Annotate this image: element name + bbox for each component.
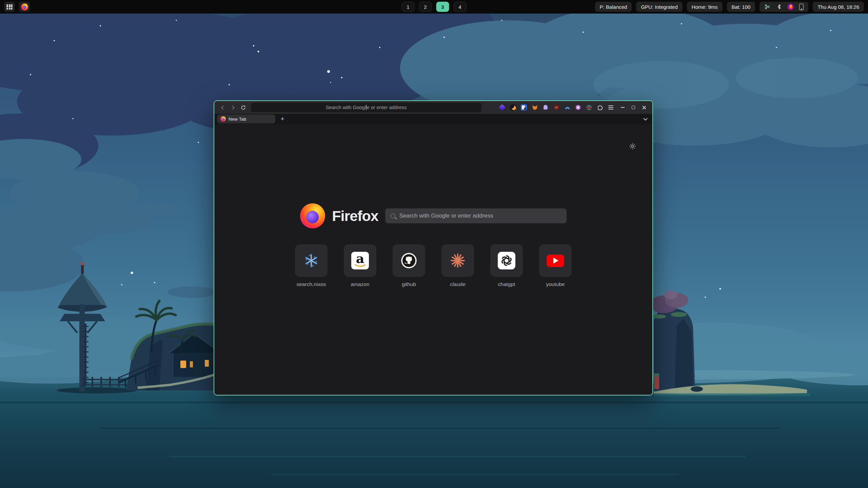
newtab-search-input[interactable] — [399, 212, 561, 219]
battery-status: Bat: 100 — [727, 2, 755, 12]
firefox-logo — [300, 203, 325, 228]
hamburger-icon — [608, 105, 613, 109]
new-tab-button[interactable]: + — [278, 115, 287, 123]
purple-gem-extension-icon[interactable] — [498, 104, 506, 111]
firefox-launcher-button[interactable] — [19, 2, 30, 12]
grid-icon — [6, 4, 13, 9]
shortcut-label: amazon — [351, 281, 369, 287]
workspace-3-active[interactable]: 3 — [436, 2, 449, 12]
tab-title: New Tab — [229, 117, 246, 122]
ping-status: Home: 9ms — [687, 2, 723, 12]
chatgpt-icon — [498, 252, 515, 269]
workspace-2[interactable]: 2 — [419, 2, 432, 12]
shortcut-tiles: search.nixos a amazon — [295, 244, 572, 287]
newtab-page: Firefox — [214, 124, 652, 395]
shortcut-github[interactable]: github — [393, 244, 425, 287]
workspace-1[interactable]: 1 — [402, 2, 415, 12]
gear-icon — [629, 143, 636, 150]
top-status-bar: 1 2 3 4 P: Balanced GPU: Integrated Home… — [0, 0, 868, 14]
shortcut-claude[interactable]: claude — [441, 244, 474, 287]
ghostery-ghost-extension-icon[interactable] — [542, 104, 549, 111]
purple-hexagon-extension-icon[interactable] — [574, 104, 582, 111]
shortcut-label: claude — [450, 281, 466, 287]
search-icon — [391, 214, 395, 218]
amazon-icon: a — [351, 252, 369, 269]
workspace-switcher: 1 2 3 4 — [402, 0, 467, 14]
browser-toolbar: Search with Google or enter address UO — [214, 101, 652, 114]
firefox-wordmark: Firefox — [332, 208, 378, 224]
personalize-settings-button[interactable] — [627, 141, 637, 151]
app-launcher-button[interactable] — [4, 2, 15, 12]
maximize-button[interactable] — [629, 103, 638, 112]
spy-face-extension-icon[interactable] — [585, 104, 593, 111]
shortcut-chatgpt[interactable]: chatgpt — [490, 244, 523, 287]
forward-button[interactable] — [228, 103, 238, 112]
power-profile-status: P: Balanced — [595, 2, 632, 12]
youtube-icon — [547, 255, 564, 267]
reload-icon — [240, 104, 246, 111]
phone-icon[interactable] — [799, 4, 804, 10]
close-button[interactable] — [639, 103, 649, 112]
extensions-area: UO — [498, 104, 615, 111]
claude-starburst-icon — [449, 252, 467, 269]
workspace-4[interactable]: 4 — [454, 2, 467, 12]
menu-button[interactable] — [607, 104, 614, 111]
extensions-puzzle-icon[interactable] — [596, 104, 604, 111]
url-placeholder-left: Search with Googl — [326, 105, 366, 110]
firefox-icon — [21, 3, 28, 11]
gpu-status: GPU: Integrated — [636, 2, 682, 12]
bluetooth-icon[interactable] — [776, 4, 782, 10]
svg-text:UO: UO — [555, 106, 558, 108]
flame-badge-icon[interactable] — [787, 3, 794, 10]
github-octocat-icon — [400, 252, 418, 269]
firefox-window: Search with Google or enter address UO — [214, 100, 653, 395]
tab-bar: New Tab + — [214, 114, 652, 124]
newtab-search-bar[interactable] — [385, 208, 567, 223]
back-button[interactable] — [218, 103, 228, 112]
reload-button[interactable] — [238, 103, 248, 112]
metamask-fox-extension-icon[interactable] — [531, 104, 538, 111]
shortcut-label: search.nixos — [296, 281, 326, 287]
shortcut-label: github — [402, 281, 416, 287]
url-bar[interactable]: Search with Google or enter address — [251, 103, 481, 112]
shortcut-label: chatgpt — [498, 281, 515, 287]
window-controls — [618, 103, 649, 112]
scissors-icon[interactable] — [764, 3, 771, 10]
tab-favicon-firefox-icon — [220, 116, 226, 122]
blue-arc-vpn-extension-icon[interactable] — [564, 104, 571, 111]
password-vault-extension-icon[interactable] — [520, 104, 528, 111]
shortcut-youtube[interactable]: youtube — [539, 244, 572, 287]
system-tray — [760, 2, 808, 12]
firefox-brand-row: Firefox — [300, 203, 566, 228]
list-all-tabs-button[interactable] — [641, 115, 650, 123]
ublock-shield-extension-icon[interactable]: UO — [553, 104, 560, 111]
clock: Thu Aug 08, 18:26 — [813, 2, 864, 12]
dark-reader-extension-icon[interactable] — [509, 104, 517, 111]
shortcut-amazon[interactable]: a amazon — [344, 244, 376, 287]
tab-new-tab[interactable]: New Tab — [217, 115, 275, 123]
forward-icon — [230, 105, 235, 110]
back-icon — [221, 105, 225, 110]
shortcut-label: youtube — [546, 281, 565, 287]
nixos-snowflake-icon — [302, 252, 320, 269]
shortcut-search-nixos[interactable]: search.nixos — [295, 244, 328, 287]
minimize-button[interactable] — [618, 103, 627, 112]
url-placeholder-right: e or enter address — [367, 105, 407, 110]
chevron-down-icon — [643, 116, 648, 121]
